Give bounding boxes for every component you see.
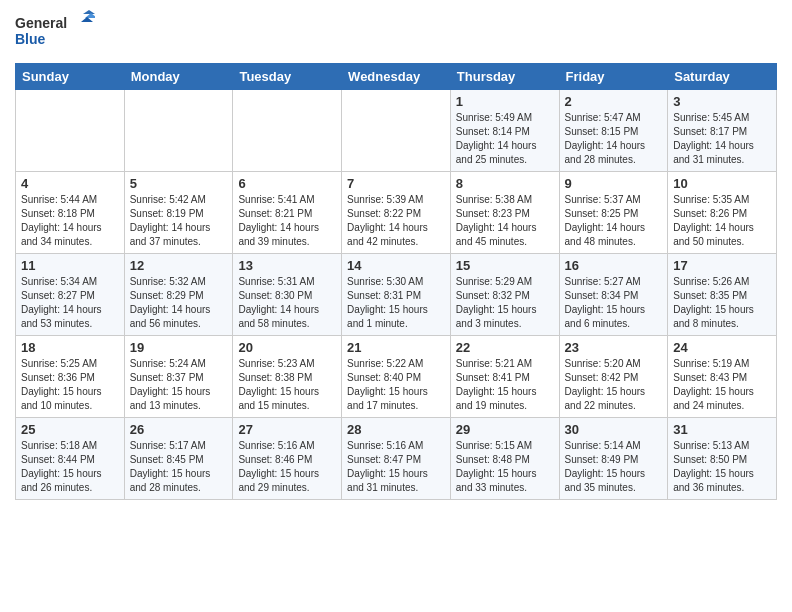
day-info: Sunrise: 5:22 AM Sunset: 8:40 PM Dayligh… xyxy=(347,357,445,413)
svg-text:Blue: Blue xyxy=(15,31,46,47)
day-info: Sunrise: 5:38 AM Sunset: 8:23 PM Dayligh… xyxy=(456,193,554,249)
day-number: 2 xyxy=(565,94,663,109)
day-info: Sunrise: 5:39 AM Sunset: 8:22 PM Dayligh… xyxy=(347,193,445,249)
day-info: Sunrise: 5:47 AM Sunset: 8:15 PM Dayligh… xyxy=(565,111,663,167)
calendar-cell: 21Sunrise: 5:22 AM Sunset: 8:40 PM Dayli… xyxy=(342,336,451,418)
day-number: 8 xyxy=(456,176,554,191)
day-number: 4 xyxy=(21,176,119,191)
week-row-3: 11Sunrise: 5:34 AM Sunset: 8:27 PM Dayli… xyxy=(16,254,777,336)
calendar-cell: 24Sunrise: 5:19 AM Sunset: 8:43 PM Dayli… xyxy=(668,336,777,418)
day-info: Sunrise: 5:31 AM Sunset: 8:30 PM Dayligh… xyxy=(238,275,336,331)
day-info: Sunrise: 5:14 AM Sunset: 8:49 PM Dayligh… xyxy=(565,439,663,495)
calendar-cell: 14Sunrise: 5:30 AM Sunset: 8:31 PM Dayli… xyxy=(342,254,451,336)
day-number: 19 xyxy=(130,340,228,355)
days-header-row: SundayMondayTuesdayWednesdayThursdayFrid… xyxy=(16,64,777,90)
day-header-tuesday: Tuesday xyxy=(233,64,342,90)
day-info: Sunrise: 5:20 AM Sunset: 8:42 PM Dayligh… xyxy=(565,357,663,413)
calendar-cell xyxy=(342,90,451,172)
day-number: 22 xyxy=(456,340,554,355)
day-info: Sunrise: 5:41 AM Sunset: 8:21 PM Dayligh… xyxy=(238,193,336,249)
calendar-cell: 30Sunrise: 5:14 AM Sunset: 8:49 PM Dayli… xyxy=(559,418,668,500)
day-number: 17 xyxy=(673,258,771,273)
day-info: Sunrise: 5:13 AM Sunset: 8:50 PM Dayligh… xyxy=(673,439,771,495)
day-number: 26 xyxy=(130,422,228,437)
calendar-cell xyxy=(16,90,125,172)
day-number: 25 xyxy=(21,422,119,437)
calendar-cell: 13Sunrise: 5:31 AM Sunset: 8:30 PM Dayli… xyxy=(233,254,342,336)
day-info: Sunrise: 5:49 AM Sunset: 8:14 PM Dayligh… xyxy=(456,111,554,167)
calendar-cell: 7Sunrise: 5:39 AM Sunset: 8:22 PM Daylig… xyxy=(342,172,451,254)
day-info: Sunrise: 5:34 AM Sunset: 8:27 PM Dayligh… xyxy=(21,275,119,331)
day-number: 20 xyxy=(238,340,336,355)
calendar-cell: 29Sunrise: 5:15 AM Sunset: 8:48 PM Dayli… xyxy=(450,418,559,500)
day-number: 23 xyxy=(565,340,663,355)
day-info: Sunrise: 5:45 AM Sunset: 8:17 PM Dayligh… xyxy=(673,111,771,167)
calendar-cell: 26Sunrise: 5:17 AM Sunset: 8:45 PM Dayli… xyxy=(124,418,233,500)
day-number: 27 xyxy=(238,422,336,437)
day-info: Sunrise: 5:15 AM Sunset: 8:48 PM Dayligh… xyxy=(456,439,554,495)
calendar-cell: 25Sunrise: 5:18 AM Sunset: 8:44 PM Dayli… xyxy=(16,418,125,500)
day-number: 24 xyxy=(673,340,771,355)
day-info: Sunrise: 5:35 AM Sunset: 8:26 PM Dayligh… xyxy=(673,193,771,249)
day-header-wednesday: Wednesday xyxy=(342,64,451,90)
calendar-cell: 11Sunrise: 5:34 AM Sunset: 8:27 PM Dayli… xyxy=(16,254,125,336)
calendar-cell: 19Sunrise: 5:24 AM Sunset: 8:37 PM Dayli… xyxy=(124,336,233,418)
calendar-cell: 10Sunrise: 5:35 AM Sunset: 8:26 PM Dayli… xyxy=(668,172,777,254)
day-info: Sunrise: 5:30 AM Sunset: 8:31 PM Dayligh… xyxy=(347,275,445,331)
day-number: 18 xyxy=(21,340,119,355)
calendar-cell: 8Sunrise: 5:38 AM Sunset: 8:23 PM Daylig… xyxy=(450,172,559,254)
day-number: 14 xyxy=(347,258,445,273)
week-row-5: 25Sunrise: 5:18 AM Sunset: 8:44 PM Dayli… xyxy=(16,418,777,500)
calendar-cell: 1Sunrise: 5:49 AM Sunset: 8:14 PM Daylig… xyxy=(450,90,559,172)
calendar-cell: 6Sunrise: 5:41 AM Sunset: 8:21 PM Daylig… xyxy=(233,172,342,254)
svg-text:General: General xyxy=(15,15,67,31)
day-number: 3 xyxy=(673,94,771,109)
day-number: 13 xyxy=(238,258,336,273)
day-info: Sunrise: 5:24 AM Sunset: 8:37 PM Dayligh… xyxy=(130,357,228,413)
day-number: 21 xyxy=(347,340,445,355)
day-number: 31 xyxy=(673,422,771,437)
day-info: Sunrise: 5:16 AM Sunset: 8:47 PM Dayligh… xyxy=(347,439,445,495)
day-info: Sunrise: 5:17 AM Sunset: 8:45 PM Dayligh… xyxy=(130,439,228,495)
calendar-cell: 17Sunrise: 5:26 AM Sunset: 8:35 PM Dayli… xyxy=(668,254,777,336)
logo-svg: General Blue xyxy=(15,10,95,55)
calendar-cell: 5Sunrise: 5:42 AM Sunset: 8:19 PM Daylig… xyxy=(124,172,233,254)
svg-marker-2 xyxy=(83,10,95,14)
day-header-friday: Friday xyxy=(559,64,668,90)
day-number: 7 xyxy=(347,176,445,191)
day-number: 12 xyxy=(130,258,228,273)
day-info: Sunrise: 5:32 AM Sunset: 8:29 PM Dayligh… xyxy=(130,275,228,331)
day-header-sunday: Sunday xyxy=(16,64,125,90)
calendar-cell: 23Sunrise: 5:20 AM Sunset: 8:42 PM Dayli… xyxy=(559,336,668,418)
calendar-cell xyxy=(233,90,342,172)
calendar-table: SundayMondayTuesdayWednesdayThursdayFrid… xyxy=(15,63,777,500)
day-info: Sunrise: 5:29 AM Sunset: 8:32 PM Dayligh… xyxy=(456,275,554,331)
day-number: 29 xyxy=(456,422,554,437)
day-info: Sunrise: 5:44 AM Sunset: 8:18 PM Dayligh… xyxy=(21,193,119,249)
calendar-cell: 18Sunrise: 5:25 AM Sunset: 8:36 PM Dayli… xyxy=(16,336,125,418)
logo: General Blue xyxy=(15,10,95,55)
calendar-cell: 20Sunrise: 5:23 AM Sunset: 8:38 PM Dayli… xyxy=(233,336,342,418)
week-row-4: 18Sunrise: 5:25 AM Sunset: 8:36 PM Dayli… xyxy=(16,336,777,418)
day-number: 6 xyxy=(238,176,336,191)
day-number: 5 xyxy=(130,176,228,191)
calendar-cell: 4Sunrise: 5:44 AM Sunset: 8:18 PM Daylig… xyxy=(16,172,125,254)
day-info: Sunrise: 5:42 AM Sunset: 8:19 PM Dayligh… xyxy=(130,193,228,249)
day-header-thursday: Thursday xyxy=(450,64,559,90)
day-header-saturday: Saturday xyxy=(668,64,777,90)
calendar-cell: 2Sunrise: 5:47 AM Sunset: 8:15 PM Daylig… xyxy=(559,90,668,172)
page-container: General Blue SundayMondayTuesdayWednesda… xyxy=(0,0,792,510)
calendar-cell: 27Sunrise: 5:16 AM Sunset: 8:46 PM Dayli… xyxy=(233,418,342,500)
day-info: Sunrise: 5:18 AM Sunset: 8:44 PM Dayligh… xyxy=(21,439,119,495)
calendar-cell: 12Sunrise: 5:32 AM Sunset: 8:29 PM Dayli… xyxy=(124,254,233,336)
week-row-2: 4Sunrise: 5:44 AM Sunset: 8:18 PM Daylig… xyxy=(16,172,777,254)
day-number: 28 xyxy=(347,422,445,437)
day-number: 16 xyxy=(565,258,663,273)
day-info: Sunrise: 5:37 AM Sunset: 8:25 PM Dayligh… xyxy=(565,193,663,249)
day-info: Sunrise: 5:19 AM Sunset: 8:43 PM Dayligh… xyxy=(673,357,771,413)
day-number: 1 xyxy=(456,94,554,109)
calendar-cell: 28Sunrise: 5:16 AM Sunset: 8:47 PM Dayli… xyxy=(342,418,451,500)
day-number: 30 xyxy=(565,422,663,437)
day-info: Sunrise: 5:21 AM Sunset: 8:41 PM Dayligh… xyxy=(456,357,554,413)
calendar-cell: 15Sunrise: 5:29 AM Sunset: 8:32 PM Dayli… xyxy=(450,254,559,336)
